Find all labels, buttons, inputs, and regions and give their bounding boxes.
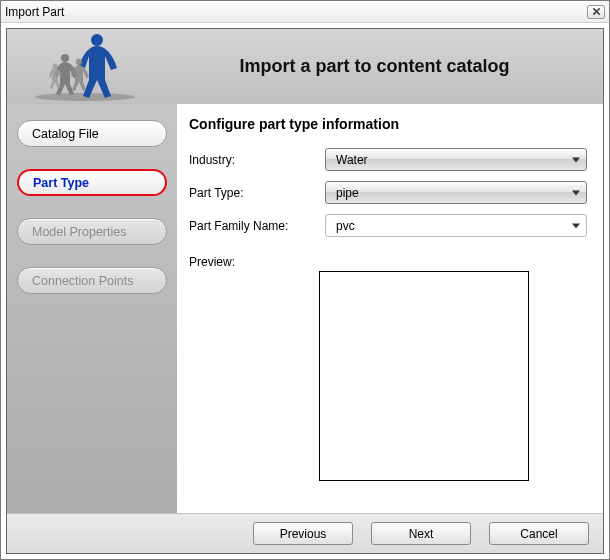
step-model-properties: Model Properties: [17, 218, 167, 245]
industry-select[interactable]: Water: [325, 148, 587, 171]
footer: Previous Next Cancel: [7, 513, 603, 553]
dialog-body: Catalog File Part Type Model Properties …: [7, 104, 603, 513]
close-icon: [592, 7, 601, 16]
people-figures-icon: [25, 32, 145, 102]
svg-point-1: [91, 34, 103, 46]
step-label: Part Type: [33, 176, 89, 190]
step-label: Model Properties: [32, 225, 127, 239]
content-subtitle: Configure part type information: [189, 116, 587, 132]
chevron-down-icon: [572, 223, 580, 228]
part-family-value: pvc: [336, 219, 355, 233]
preview-label: Preview:: [189, 255, 235, 269]
button-label: Previous: [280, 527, 327, 541]
preview-wrap: [189, 269, 587, 503]
button-label: Cancel: [520, 527, 557, 541]
window-title: Import Part: [5, 5, 64, 19]
previous-button[interactable]: Previous: [253, 522, 353, 545]
step-catalog-file[interactable]: Catalog File: [17, 120, 167, 147]
part-family-label: Part Family Name:: [189, 219, 319, 233]
industry-value: Water: [336, 153, 368, 167]
svg-point-3: [75, 58, 81, 64]
step-label: Connection Points: [32, 274, 133, 288]
button-label: Next: [409, 527, 434, 541]
step-label: Catalog File: [32, 127, 99, 141]
titlebar: Import Part: [1, 1, 609, 23]
part-type-select[interactable]: pipe: [325, 181, 587, 204]
svg-point-4: [52, 63, 57, 68]
close-button[interactable]: [587, 5, 605, 19]
part-type-label: Part Type:: [189, 186, 319, 200]
chevron-down-icon: [572, 157, 580, 162]
page-title: Import a part to content catalog: [162, 56, 587, 77]
industry-label: Industry:: [189, 153, 319, 167]
next-button[interactable]: Next: [371, 522, 471, 545]
svg-point-2: [61, 54, 69, 62]
part-type-value: pipe: [336, 186, 359, 200]
form: Industry: Water Part Type: pipe Part Fam…: [189, 148, 587, 237]
import-part-dialog: Import Part: [0, 0, 610, 560]
banner-art: [7, 29, 162, 104]
step-connection-points: Connection Points: [17, 267, 167, 294]
part-family-select[interactable]: pvc: [325, 214, 587, 237]
dialog-frame: Import a part to content catalog Catalog…: [6, 28, 604, 554]
content-panel: Configure part type information Industry…: [177, 104, 603, 513]
wizard-steps: Catalog File Part Type Model Properties …: [7, 104, 177, 513]
step-part-type[interactable]: Part Type: [17, 169, 167, 196]
header-banner: Import a part to content catalog: [7, 29, 603, 104]
chevron-down-icon: [572, 190, 580, 195]
cancel-button[interactable]: Cancel: [489, 522, 589, 545]
preview-box: [319, 271, 529, 481]
